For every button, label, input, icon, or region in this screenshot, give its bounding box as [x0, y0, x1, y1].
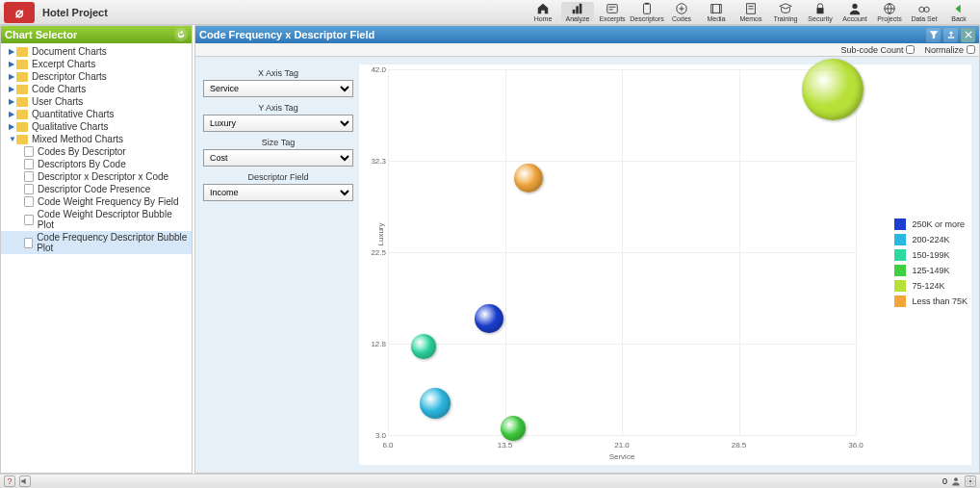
field-label: Descriptor Field: [203, 172, 353, 182]
top-nav: HomeAnalyzeExcerptsDescriptorsCodesMedia…: [526, 2, 976, 22]
field-select[interactable]: Income: [203, 184, 353, 201]
nav-codes[interactable]: Codes: [665, 2, 698, 22]
legend-item: 200-224K: [894, 234, 967, 245]
bubble[interactable]: [802, 59, 864, 120]
content-panel: Code Frequency x Descriptor Field Sub-co…: [194, 25, 980, 474]
bubble[interactable]: [420, 388, 451, 419]
tree-item[interactable]: Descriptors By Code: [1, 158, 192, 170]
nav-security[interactable]: Security: [804, 2, 837, 22]
chart-controls: X Axis Tag Service Y Axis Tag Luxury Siz…: [203, 64, 353, 465]
nav-projects[interactable]: Projects: [873, 2, 906, 22]
size-select[interactable]: Cost: [203, 149, 353, 167]
tree-folder[interactable]: ▶User Charts: [1, 95, 192, 108]
nav-excerpts[interactable]: Excerpts: [596, 2, 629, 22]
x-tick: 28.5: [732, 441, 747, 449]
chart-tree: ▶Document Charts▶Excerpt Charts▶Descript…: [1, 43, 192, 473]
x-axis-label: X Axis Tag: [203, 68, 353, 78]
x-tick: 6.0: [382, 441, 393, 449]
tree-folder[interactable]: ▶Quantitative Charts: [1, 108, 192, 120]
app-logo: ⌀: [4, 2, 35, 23]
y-tick: 32.3: [363, 157, 386, 166]
bubble[interactable]: [411, 334, 436, 359]
y-tick: 3.0: [363, 431, 386, 440]
nav-data-set[interactable]: Data Set: [908, 2, 941, 22]
tree-item[interactable]: Codes By Descriptor: [1, 145, 192, 158]
subcode-count-toggle[interactable]: Sub-code Count: [840, 45, 915, 55]
y-tick: 22.5: [363, 248, 386, 257]
svg-rect-9: [817, 8, 824, 13]
svg-point-14: [954, 477, 958, 481]
legend-item: 250K or more: [894, 218, 967, 230]
y-tick: 12.8: [363, 340, 386, 348]
y-tick: 42.0: [363, 65, 386, 74]
x-tick: 21.0: [614, 441, 630, 449]
chart-selector-title: Chart Selector: [5, 29, 77, 40]
chart-selector-header: Chart Selector: [1, 26, 192, 43]
svg-rect-4: [644, 4, 651, 14]
svg-rect-2: [580, 4, 582, 14]
chart-legend: 250K or more200-224K150-199K125-149K75-1…: [894, 218, 967, 307]
top-bar: ⌀ Hotel Project HomeAnalyzeExcerptsDescr…: [0, 0, 980, 25]
x-tick: 36.0: [848, 441, 864, 449]
bubble[interactable]: [514, 164, 543, 193]
y-axis-select[interactable]: Luxury: [203, 115, 353, 132]
legend-item: 150-199K: [894, 249, 967, 261]
nav-account[interactable]: Account: [838, 2, 871, 22]
filter-icon[interactable]: [926, 28, 941, 42]
export-icon[interactable]: [943, 28, 958, 42]
status-bar: ? 0: [0, 474, 980, 488]
svg-rect-1: [576, 6, 579, 13]
tree-folder[interactable]: ▶Qualitative Charts: [1, 120, 192, 133]
legend-item: 75-124K: [894, 280, 967, 292]
tree-folder[interactable]: ▶Excerpt Charts: [1, 58, 192, 70]
size-label: Size Tag: [203, 138, 353, 147]
svg-rect-0: [573, 10, 576, 13]
x-axis-select[interactable]: Service: [203, 80, 353, 97]
nav-media[interactable]: Media: [700, 2, 733, 22]
svg-point-13: [924, 7, 929, 12]
refresh-icon[interactable]: [174, 28, 188, 41]
tree-item[interactable]: Code Weight Frequency By Field: [1, 195, 192, 208]
x-axis-title: Service: [609, 452, 635, 461]
tree-item[interactable]: Code Weight Descriptor Bubble Plot: [1, 208, 192, 231]
svg-point-12: [919, 7, 924, 12]
tree-item[interactable]: Descriptor x Descriptor x Code: [1, 170, 192, 183]
nav-back[interactable]: Back: [942, 2, 975, 22]
y-axis-title: Luxury: [376, 222, 385, 245]
tree-folder[interactable]: ▶Code Charts: [1, 83, 192, 95]
nav-home[interactable]: Home: [527, 2, 559, 22]
content-header: Code Frequency x Descriptor Field: [195, 26, 979, 43]
svg-point-15: [969, 480, 972, 483]
tree-folder[interactable]: ▶Descriptor Charts: [1, 70, 192, 83]
tree-folder-open[interactable]: ▼Mixed Method Charts: [1, 133, 192, 145]
nav-memos[interactable]: Memos: [735, 2, 767, 22]
user-icon: [951, 476, 961, 486]
svg-rect-3: [607, 5, 618, 13]
bubble[interactable]: [501, 416, 526, 441]
chart-options-bar: Sub-code Count Normalize: [195, 43, 979, 57]
svg-rect-5: [645, 3, 649, 5]
bubble-chart: Luxury Service 3.012.822.532.342.06.013.…: [359, 64, 971, 465]
tree-item[interactable]: Descriptor Code Presence: [1, 183, 192, 195]
nav-training[interactable]: Training: [769, 2, 802, 22]
tree-folder[interactable]: ▶Document Charts: [1, 45, 192, 58]
normalize-toggle[interactable]: Normalize: [924, 45, 975, 55]
y-axis-label: Y Axis Tag: [203, 103, 353, 113]
user-count: 0: [942, 476, 947, 486]
nav-descriptors[interactable]: Descriptors: [631, 2, 663, 22]
help-icon[interactable]: ?: [4, 475, 15, 487]
content-title: Code Frequency x Descriptor Field: [199, 29, 374, 40]
chart-selector-panel: Chart Selector ▶Document Charts▶Excerpt …: [0, 25, 193, 474]
x-tick: 13.5: [498, 441, 513, 449]
project-title: Hotel Project: [42, 7, 108, 18]
close-icon[interactable]: [961, 28, 975, 42]
settings-icon[interactable]: [965, 475, 976, 487]
bubble[interactable]: [475, 304, 503, 333]
nav-analyze[interactable]: Analyze: [561, 2, 594, 22]
tree-item[interactable]: Code Frequency Descriptor Bubble Plot: [1, 231, 192, 254]
svg-point-10: [852, 4, 857, 9]
sound-icon[interactable]: [19, 475, 31, 487]
legend-item: Less than 75K: [894, 295, 967, 307]
legend-item: 125-149K: [894, 265, 967, 276]
